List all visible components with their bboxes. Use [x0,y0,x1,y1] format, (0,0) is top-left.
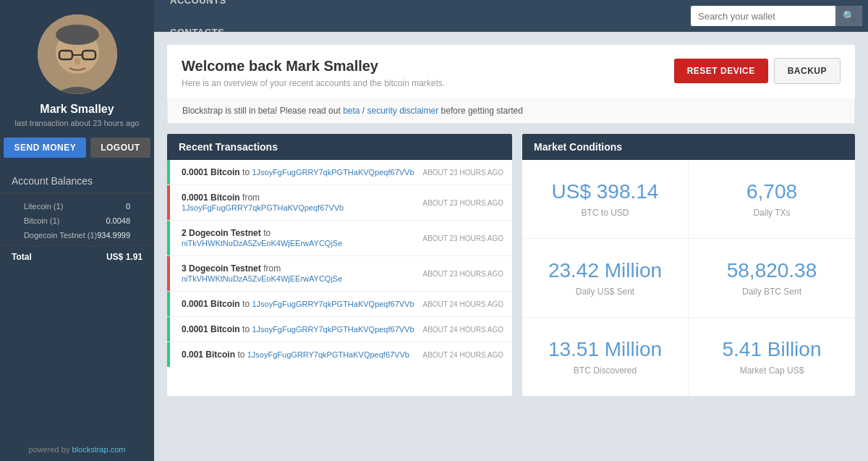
transaction-list: 0.0001 Bitcoin to 1JsoyFgFugGRRY7qkPGTHa… [167,160,512,367]
sidebar-action-buttons: SEND MONEY LOGOUT [4,138,150,158]
market-value: 6,708 [703,180,841,203]
table-row: 3 Dogecoin Testnet from niTkVHWKtNuDzA5Z… [167,256,512,292]
tx-amount: 2 Dogecoin Testnet [182,228,261,238]
tx-address[interactable]: niTkVHWKtNuDzA5ZvEoK4WjEErwAYCQjSe [182,274,342,283]
tx-time: ABOUT 23 HOURS AGO [422,169,503,177]
market-cell: US$ 398.14 BTC to USD [522,160,689,239]
balance-label: Dogecoin Testnet (1) [24,231,97,240]
tx-amount: 0.0001 Bitcoin [182,193,240,203]
market-value: 13.51 Million [537,338,673,361]
dashboard-columns: Recent Transactions 0.0001 Bitcoin to 1J… [167,134,855,396]
table-row: 2 Dogecoin Testnet to niTkVHWKtNuDzA5ZvE… [167,221,512,256]
security-disclaimer-link[interactable]: security disclaimer [367,106,439,116]
search-button[interactable]: 🔍 [835,6,862,26]
send-money-button[interactable]: SEND MONEY [4,138,86,158]
recent-transactions-header: Recent Transactions [167,134,512,160]
tx-time: ABOUT 24 HOURS AGO [422,326,503,334]
tx-address[interactable]: niTkVHWKtNuDzA5ZvEoK4WjEErwAYCQjSe [182,239,342,248]
market-label: Daily US$ Sent [537,287,673,297]
tx-direction: to [242,324,252,334]
table-row: 0.0001 Bitcoin from 1JsoyFgFugGRRY7qkPGT… [167,185,512,221]
market-label: Daily TXs [703,208,841,218]
total-label: Total [12,252,32,262]
tx-type-indicator [167,160,170,185]
market-label: BTC to USD [537,208,673,218]
tx-details: 0.0001 Bitcoin to 1JsoyFgFugGRRY7qkPGTHa… [176,167,415,177]
tx-details: 0.0001 Bitcoin to 1JsoyFgFugGRRY7qkPGTHa… [176,324,415,334]
search-input[interactable] [691,7,835,26]
tx-address[interactable]: 1JsoyFgFugGRRY7qkPGTHaKVQpeqf67VVb [252,300,414,308]
tx-address[interactable]: 1JsoyFgFugGRRY7qkPGTHaKVQpeqf67VVb [252,168,414,177]
market-cell: 5.41 Billion Market Cap US$ [689,318,855,396]
tx-direction: to [263,228,271,238]
balance-row: Bitcoin (1)0.0048 [12,213,142,228]
tx-details: 2 Dogecoin Testnet to niTkVHWKtNuDzA5ZvE… [176,228,415,248]
tx-amount: 0.001 Bitcoin [182,350,235,360]
beta-separator: / [362,106,365,116]
balance-list: Litecoin (1)0Bitcoin (1)0.0048Dogecoin T… [12,199,142,242]
market-conditions-panel: Market Conditions US$ 398.14 BTC to USD … [522,134,855,396]
backup-button[interactable]: BACKUP [774,58,841,84]
beta-notice: Blockstrap is still in beta! Please read… [167,98,855,124]
welcome-subtitle: Here is an overview of your recent accou… [182,78,445,88]
tx-type-indicator [167,342,170,367]
welcome-actions: RESET DEVICE BACKUP [674,58,841,84]
welcome-text: Welcome back Mark Smalley Here is an ove… [182,58,445,88]
beta-link[interactable]: beta [343,106,359,116]
market-conditions-header: Market Conditions [522,134,855,160]
avatar [38,14,117,94]
market-value: US$ 398.14 [537,180,673,203]
tx-direction: to [237,350,247,360]
balance-value: 0 [126,202,130,211]
tx-amount: 0.0001 Bitcoin [182,324,240,334]
market-label: Daily BTC Sent [703,287,841,297]
balance-total-row: Total US$ 1.91 [0,245,154,265]
beta-text-before: Blockstrap is still in beta! Please read… [182,106,341,116]
total-value: US$ 1.91 [106,252,142,262]
tx-address[interactable]: 1JsoyFgFugGRRY7qkPGTHaKVQpeqf67VVb [182,203,344,212]
tx-amount: 0.0001 Bitcoin [182,299,240,309]
search-wrapper: 🔍 [691,6,862,26]
last-transaction-label: last transaction about 23 hours ago [15,119,140,127]
logout-button[interactable]: LOGOUT [90,138,150,158]
balance-label: Bitcoin (1) [24,216,60,225]
tx-type-indicator [167,185,170,220]
market-cell: 13.51 Million BTC Discovered [522,318,689,396]
tx-address[interactable]: 1JsoyFgFugGRRY7qkPGTHaKVQpeqf67VVb [247,350,409,359]
reset-device-button[interactable]: RESET DEVICE [674,59,768,83]
market-cell: 23.42 Million Daily US$ Sent [522,239,689,318]
nav-tab-accounts[interactable]: ACCOUNTS [154,0,242,16]
tx-type-indicator [167,256,170,291]
tx-type-indicator [167,221,170,255]
recent-transactions-panel: Recent Transactions 0.0001 Bitcoin to 1J… [167,134,512,396]
tx-details: 0.001 Bitcoin to 1JsoyFgFugGRRY7qkPGTHaK… [176,350,415,360]
tx-direction: to [242,299,252,309]
tx-time: ABOUT 24 HOURS AGO [422,300,503,308]
market-label: BTC Discovered [537,365,673,376]
market-value: 23.42 Million [537,259,673,282]
welcome-banner: Welcome back Mark Smalley Here is an ove… [167,45,855,98]
tx-time: ABOUT 23 HOURS AGO [422,199,503,207]
tx-direction: from [263,263,281,274]
table-row: 0.0001 Bitcoin to 1JsoyFgFugGRRY7qkPGTHa… [167,292,512,317]
market-label: Market Cap US$ [703,365,841,376]
tx-type-indicator [167,317,170,342]
tx-type-indicator [167,292,170,316]
table-row: 0.0001 Bitcoin to 1JsoyFgFugGRRY7qkPGTHa… [167,317,512,342]
svg-point-7 [75,58,80,65]
balance-row: Litecoin (1)0 [12,199,142,213]
top-navigation: DASHBOARDACCOUNTSCONTACTSHELP 🔍 [154,0,868,32]
blockstrap-link[interactable]: blockstrap.com [72,445,125,454]
tx-direction: from [242,193,260,203]
tx-address[interactable]: 1JsoyFgFugGRRY7qkPGTHaKVQpeqf67VVb [252,325,414,334]
balance-value: 934.9999 [97,231,130,240]
balance-row: Dogecoin Testnet (1)934.9999 [12,228,142,242]
tx-time: ABOUT 23 HOURS AGO [422,234,503,242]
tx-amount: 0.0001 Bitcoin [182,167,240,177]
powered-by: powered by blockstrap.com [29,445,126,461]
table-row: 0.001 Bitcoin to 1JsoyFgFugGRRY7qkPGTHaK… [167,342,512,367]
tx-time: ABOUT 23 HOURS AGO [422,270,503,278]
tx-details: 3 Dogecoin Testnet from niTkVHWKtNuDzA5Z… [176,263,415,284]
market-value: 5.41 Billion [703,338,841,361]
welcome-title: Welcome back Mark Smalley [182,58,445,75]
